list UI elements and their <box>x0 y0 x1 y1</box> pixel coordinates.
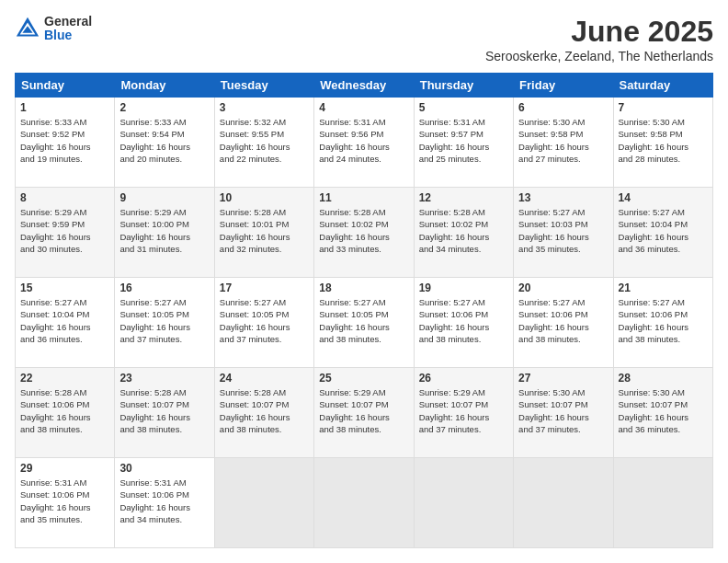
day-info: Sunrise: 5:28 AMSunset: 10:02 PMDaylight… <box>319 206 408 255</box>
day-number: 11 <box>319 191 408 204</box>
day-number: 2 <box>119 101 209 114</box>
table-row: 19Sunrise: 5:27 AMSunset: 10:06 PMDaylig… <box>414 278 513 368</box>
day-number: 12 <box>419 191 508 204</box>
day-number: 24 <box>220 372 309 385</box>
day-info: Sunrise: 5:28 AMSunset: 10:07 PMDaylight… <box>119 386 209 435</box>
day-info: Sunrise: 5:28 AMSunset: 10:07 PMDaylight… <box>220 386 309 435</box>
day-info: Sunrise: 5:30 AMSunset: 9:58 PMDaylight:… <box>518 116 608 165</box>
table-row: 11Sunrise: 5:28 AMSunset: 10:02 PMDaylig… <box>314 188 414 278</box>
day-info: Sunrise: 5:27 AMSunset: 10:03 PMDaylight… <box>518 206 608 255</box>
day-info: Sunrise: 5:31 AMSunset: 10:06 PMDaylight… <box>119 477 209 525</box>
day-info: Sunrise: 5:32 AMSunset: 9:55 PMDaylight:… <box>220 116 309 165</box>
table-row <box>214 458 313 548</box>
day-info: Sunrise: 5:27 AMSunset: 10:05 PMDaylight… <box>119 296 209 345</box>
col-thursday: Thursday <box>414 74 513 98</box>
day-info: Sunrise: 5:28 AMSunset: 10:06 PMDaylight… <box>20 386 109 435</box>
calendar-table: Sunday Monday Tuesday Wednesday Thursday… <box>15 73 713 548</box>
day-number: 21 <box>619 282 708 294</box>
day-info: Sunrise: 5:27 AMSunset: 10:05 PMDaylight… <box>220 296 309 345</box>
table-row: 16Sunrise: 5:27 AMSunset: 10:05 PMDaylig… <box>115 278 214 368</box>
day-number: 27 <box>518 372 608 385</box>
day-info: Sunrise: 5:31 AMSunset: 10:06 PMDaylight… <box>20 477 109 525</box>
table-row: 23Sunrise: 5:28 AMSunset: 10:07 PMDaylig… <box>115 368 214 458</box>
table-row: 22Sunrise: 5:28 AMSunset: 10:06 PMDaylig… <box>16 368 115 458</box>
day-info: Sunrise: 5:33 AMSunset: 9:52 PMDaylight:… <box>20 116 109 165</box>
table-row <box>314 458 414 548</box>
table-row: 24Sunrise: 5:28 AMSunset: 10:07 PMDaylig… <box>214 368 313 458</box>
table-row: 3Sunrise: 5:32 AMSunset: 9:55 PMDaylight… <box>214 98 313 188</box>
table-row: 14Sunrise: 5:27 AMSunset: 10:04 PMDaylig… <box>613 188 712 278</box>
table-row: 20Sunrise: 5:27 AMSunset: 10:06 PMDaylig… <box>514 278 613 368</box>
day-info: Sunrise: 5:30 AMSunset: 10:07 PMDaylight… <box>619 386 708 435</box>
day-info: Sunrise: 5:33 AMSunset: 9:54 PMDaylight:… <box>119 116 209 165</box>
day-number: 10 <box>220 191 309 204</box>
day-number: 29 <box>20 462 109 475</box>
col-saturday: Saturday <box>613 74 712 98</box>
table-row: 15Sunrise: 5:27 AMSunset: 10:04 PMDaylig… <box>16 278 115 368</box>
day-number: 26 <box>419 372 508 385</box>
table-row: 27Sunrise: 5:30 AMSunset: 10:07 PMDaylig… <box>514 368 613 458</box>
location-title: Serooskerke, Zeeland, The Netherlands <box>485 49 713 63</box>
calendar-row-0: 1Sunrise: 5:33 AMSunset: 9:52 PMDaylight… <box>16 98 713 188</box>
day-info: Sunrise: 5:29 AMSunset: 10:07 PMDaylight… <box>419 386 508 435</box>
day-number: 18 <box>319 282 408 294</box>
col-wednesday: Wednesday <box>314 74 414 98</box>
table-row: 6Sunrise: 5:30 AMSunset: 9:58 PMDaylight… <box>514 98 613 188</box>
day-number: 19 <box>419 282 508 294</box>
logo: General Blue <box>15 15 92 43</box>
calendar-row-2: 15Sunrise: 5:27 AMSunset: 10:04 PMDaylig… <box>16 278 713 368</box>
day-number: 6 <box>518 101 608 114</box>
table-row: 17Sunrise: 5:27 AMSunset: 10:05 PMDaylig… <box>214 278 313 368</box>
table-row: 8Sunrise: 5:29 AMSunset: 9:59 PMDaylight… <box>16 188 115 278</box>
day-info: Sunrise: 5:27 AMSunset: 10:04 PMDaylight… <box>619 206 708 255</box>
day-number: 9 <box>119 191 209 204</box>
logo-general: General <box>44 15 92 29</box>
logo-text: General Blue <box>44 15 92 43</box>
col-sunday: Sunday <box>16 74 115 98</box>
day-info: Sunrise: 5:27 AMSunset: 10:06 PMDaylight… <box>419 296 508 345</box>
table-row: 4Sunrise: 5:31 AMSunset: 9:56 PMDaylight… <box>314 98 414 188</box>
col-tuesday: Tuesday <box>214 74 313 98</box>
day-number: 8 <box>20 191 109 204</box>
table-row: 13Sunrise: 5:27 AMSunset: 10:03 PMDaylig… <box>514 188 613 278</box>
day-info: Sunrise: 5:27 AMSunset: 10:06 PMDaylight… <box>619 296 708 345</box>
header-row: Sunday Monday Tuesday Wednesday Thursday… <box>16 74 713 98</box>
day-info: Sunrise: 5:31 AMSunset: 9:57 PMDaylight:… <box>419 116 508 165</box>
day-number: 17 <box>220 282 309 294</box>
day-number: 15 <box>20 282 109 294</box>
calendar-row-4: 29Sunrise: 5:31 AMSunset: 10:06 PMDaylig… <box>16 458 713 548</box>
calendar-row-1: 8Sunrise: 5:29 AMSunset: 9:59 PMDaylight… <box>16 188 713 278</box>
day-info: Sunrise: 5:28 AMSunset: 10:01 PMDaylight… <box>220 206 309 255</box>
table-row <box>414 458 513 548</box>
day-info: Sunrise: 5:27 AMSunset: 10:06 PMDaylight… <box>518 296 608 345</box>
day-info: Sunrise: 5:29 AMSunset: 9:59 PMDaylight:… <box>20 206 109 255</box>
col-monday: Monday <box>115 74 214 98</box>
table-row: 1Sunrise: 5:33 AMSunset: 9:52 PMDaylight… <box>16 98 115 188</box>
table-row: 2Sunrise: 5:33 AMSunset: 9:54 PMDaylight… <box>115 98 214 188</box>
day-info: Sunrise: 5:27 AMSunset: 10:05 PMDaylight… <box>319 296 408 345</box>
day-number: 28 <box>619 372 708 385</box>
table-row: 9Sunrise: 5:29 AMSunset: 10:00 PMDayligh… <box>115 188 214 278</box>
day-info: Sunrise: 5:29 AMSunset: 10:07 PMDaylight… <box>319 386 408 435</box>
table-row <box>613 458 712 548</box>
day-number: 22 <box>20 372 109 385</box>
table-row: 29Sunrise: 5:31 AMSunset: 10:06 PMDaylig… <box>16 458 115 548</box>
calendar-row-3: 22Sunrise: 5:28 AMSunset: 10:06 PMDaylig… <box>16 368 713 458</box>
table-row: 18Sunrise: 5:27 AMSunset: 10:05 PMDaylig… <box>314 278 414 368</box>
day-number: 16 <box>119 282 209 294</box>
logo-blue: Blue <box>44 29 92 42</box>
table-row: 21Sunrise: 5:27 AMSunset: 10:06 PMDaylig… <box>613 278 712 368</box>
day-number: 14 <box>619 191 708 204</box>
table-row: 7Sunrise: 5:30 AMSunset: 9:58 PMDaylight… <box>613 98 712 188</box>
table-row: 25Sunrise: 5:29 AMSunset: 10:07 PMDaylig… <box>314 368 414 458</box>
day-number: 4 <box>319 101 408 114</box>
day-number: 13 <box>518 191 608 204</box>
day-number: 5 <box>419 101 508 114</box>
day-number: 1 <box>20 101 109 114</box>
col-friday: Friday <box>514 74 613 98</box>
day-number: 30 <box>119 462 209 475</box>
day-number: 7 <box>619 101 708 114</box>
table-row: 30Sunrise: 5:31 AMSunset: 10:06 PMDaylig… <box>115 458 214 548</box>
day-info: Sunrise: 5:30 AMSunset: 10:07 PMDaylight… <box>518 386 608 435</box>
page: General Blue June 2025 Serooskerke, Zeel… <box>0 0 728 563</box>
